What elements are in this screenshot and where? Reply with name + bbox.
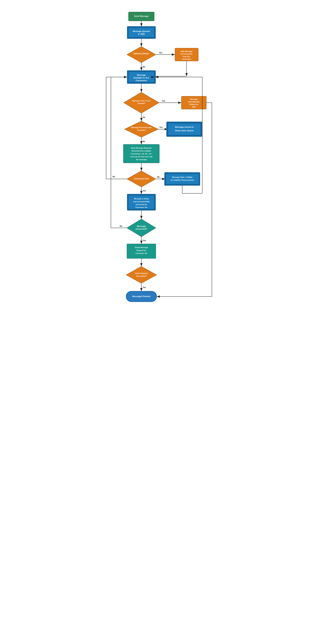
inflight-label-1: Message State = Inflight: [172, 176, 192, 178]
dlq-label-1: Message moved to: [175, 126, 194, 128]
ttl-label-1: Message Time to Live: [132, 100, 151, 102]
send-message-label: Send Message: [134, 15, 149, 17]
inflight-label-2: for Visibility Timeout period: [170, 179, 194, 181]
being-read-label-4: Consumer Xm: [136, 206, 148, 208]
being-read-label-3: processed by: [136, 204, 147, 206]
delete-succeeded-label-1: Delete Request: [135, 272, 148, 274]
ttl-no-label: No: [143, 116, 145, 118]
dlq-node: [168, 123, 201, 135]
being-read-label-2: read and potentially: [133, 200, 150, 202]
being-read-label-1: Message is being: [134, 198, 149, 200]
processed-no-left-label: No: [120, 225, 122, 227]
consumer-yes-label: Yes: [143, 190, 146, 192]
auto-del-label-1: Message: [190, 98, 197, 100]
dlq-label-2: Dead Letter Queue: [175, 129, 194, 132]
delete-req-label-3: Consumer Xm: [136, 252, 148, 254]
available-label-1: Message: [137, 74, 146, 76]
hide-msg-label-1: Hide Message: [181, 50, 192, 52]
read-req-label-2: Received from multiple: [132, 150, 151, 152]
ttl-label-2: Expired?: [138, 102, 145, 104]
ttl-yes-label: Yes: [162, 100, 165, 102]
processed-label-2: processed?: [136, 228, 147, 230]
queued-label-1: Message Queued: [133, 30, 150, 32]
delete-succeeded-node: [126, 266, 157, 283]
read-req-label-4: Lets say Xm has now read: [130, 156, 153, 158]
available-label-3: Consumers: [136, 79, 147, 82]
msg-deleted-label: Messaged Deleted: [132, 295, 150, 298]
rcv-no-label: No: [143, 140, 145, 142]
rcv-limit-label-2: Exceeded: [137, 129, 145, 131]
hide-msg-label-3: from ALL: [183, 56, 191, 58]
queued-label-2: in SQS: [138, 33, 145, 35]
read-req-label-3: Consumers...X1, X2....Xn.: [131, 153, 152, 155]
consumer-no-label: No: [157, 176, 160, 178]
hide-msg-label-4: consumers: [182, 58, 191, 60]
rcv-yes-label: Yes: [159, 126, 163, 128]
delivery-delay-label-1: Delivery Delay?: [134, 52, 149, 55]
consumer-no-left-label: No: [113, 176, 115, 178]
flowchart-container: Send Message Message Queued in SQS Deliv…: [97, 3, 221, 644]
read-req-label-5: the message: [136, 158, 147, 160]
delete-req-label-1: Delete Message: [135, 246, 148, 248]
auto-del-label-4: SQS: [192, 106, 195, 108]
processed-yes-label: Yes: [143, 240, 146, 242]
processed-label-1: Message: [137, 225, 146, 228]
delete-succeeded-label-2: Succeeded?: [136, 275, 147, 277]
consumer-xm-label: Consumer=Xm: [134, 178, 149, 180]
queued-node: [128, 28, 155, 38]
auto-del-label-2: Automatically: [188, 101, 200, 103]
delete-succeeded-yes-label: Yes: [143, 286, 146, 288]
read-req-label-1: Read Message Requests: [131, 147, 152, 149]
delete-req-label-2: Request by: [137, 250, 146, 251]
available-label-2: Available to ALL: [133, 76, 150, 79]
delay-yes-label: Yes: [159, 52, 162, 54]
auto-del-label-3: Deleted by: [189, 103, 198, 105]
delay-no-label: No: [143, 66, 145, 68]
hide-msg-label-2: for N seconds: [181, 53, 192, 55]
rcv-limit-label-1: Message Received Limit: [131, 126, 152, 128]
